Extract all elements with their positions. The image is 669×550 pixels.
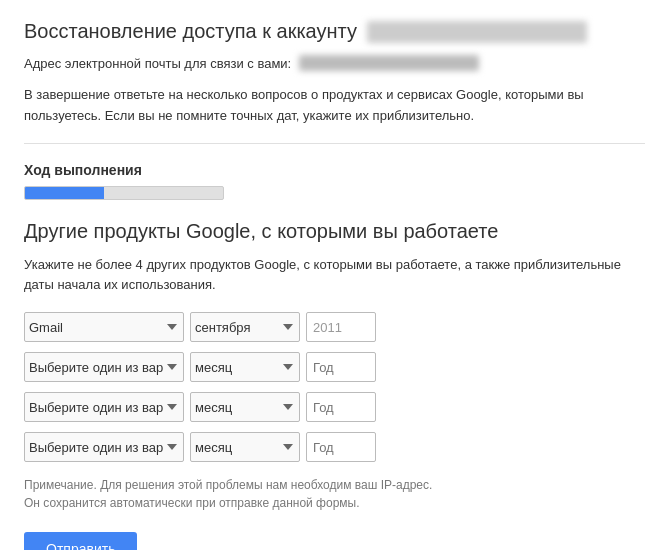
email-label: Адрес электронной почты для связи с вами…	[24, 56, 291, 71]
product-select-2[interactable]: Выберите один из вариан Gmail Google+ Yo…	[24, 352, 184, 382]
note-line-1: Примечание. Для решения этой проблемы на…	[24, 476, 645, 494]
note-line-2: Он сохранится автоматически при отправке…	[24, 494, 645, 512]
year-input-3[interactable]	[306, 392, 376, 422]
title-text: Восстановление доступа к аккаунту	[24, 20, 357, 43]
product-row: Выберите один из вариан Gmail Google+ Yo…	[24, 432, 645, 462]
month-select-1[interactable]: января февраля марта апреля мая июня июл…	[190, 312, 300, 342]
month-select-4[interactable]: месяц января февраля марта апреля мая ию…	[190, 432, 300, 462]
description-text: В завершение ответьте на несколько вопро…	[24, 85, 645, 144]
progress-section: Ход выполнения	[24, 162, 645, 200]
year-input-4[interactable]	[306, 432, 376, 462]
month-select-3[interactable]: месяц января февраля марта апреля мая ию…	[190, 392, 300, 422]
note-section: Примечание. Для решения этой проблемы на…	[24, 476, 645, 512]
submit-button[interactable]: Отправить	[24, 532, 137, 550]
product-rows: Gmail Google+ YouTube Google Drive Googl…	[24, 312, 645, 462]
product-row: Выберите один из вариан Gmail Google+ Yo…	[24, 392, 645, 422]
account-name-blurred	[367, 21, 587, 43]
product-row: Gmail Google+ YouTube Google Drive Googl…	[24, 312, 645, 342]
email-row: Адрес электронной почты для связи с вами…	[24, 55, 645, 71]
month-select-2[interactable]: месяц января февраля марта апреля мая ию…	[190, 352, 300, 382]
page-title: Восстановление доступа к аккаунту	[24, 20, 645, 43]
progress-bar-fill	[25, 187, 104, 199]
products-title: Другие продукты Google, с которыми вы ра…	[24, 220, 645, 243]
year-input-1[interactable]	[306, 312, 376, 342]
product-select-1[interactable]: Gmail Google+ YouTube Google Drive Googl…	[24, 312, 184, 342]
products-description: Укажите не более 4 других продуктов Goog…	[24, 255, 645, 297]
year-input-2[interactable]	[306, 352, 376, 382]
progress-label: Ход выполнения	[24, 162, 645, 178]
email-value-blurred	[299, 55, 479, 71]
product-select-4[interactable]: Выберите один из вариан Gmail Google+ Yo…	[24, 432, 184, 462]
product-row: Выберите один из вариан Gmail Google+ Yo…	[24, 352, 645, 382]
product-select-3[interactable]: Выберите один из вариан Gmail Google+ Yo…	[24, 392, 184, 422]
progress-bar-container	[24, 186, 224, 200]
